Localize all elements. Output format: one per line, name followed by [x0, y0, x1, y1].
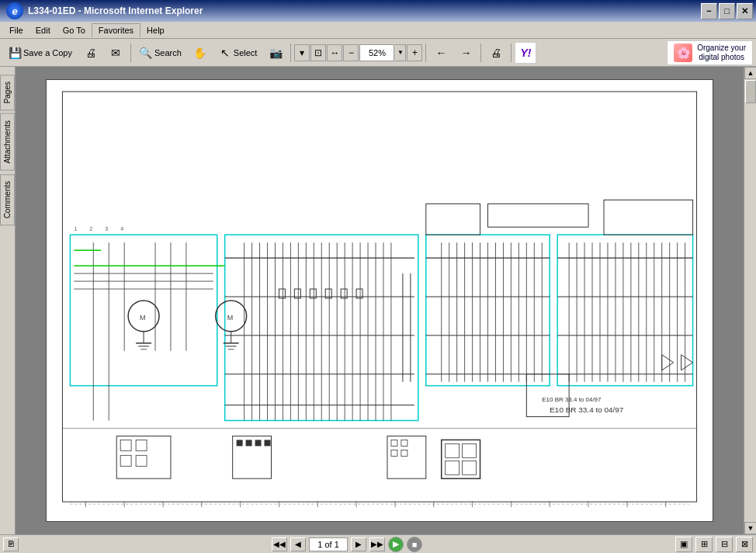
scroll-up-button[interactable]: ▲ [744, 67, 756, 79]
separator-2 [290, 43, 291, 62]
svg-rect-102 [255, 440, 262, 446]
search-label: Search [154, 48, 182, 57]
stop-button[interactable]: ■ [407, 537, 422, 552]
organize-photos-area: 🌸 Organize your digital photos [667, 40, 753, 65]
view-mode-1-button[interactable]: ▣ [675, 537, 692, 552]
view-mode-4-button[interactable]: ⊠ [736, 537, 753, 552]
last-page-button[interactable]: ▶▶ [369, 537, 385, 551]
save-copy-label: Save a Copy [23, 48, 72, 57]
svg-text:E10 BR 33.4 to 04/97: E10 BR 33.4 to 04/97 [542, 396, 602, 403]
svg-text:M: M [227, 314, 233, 322]
fit-width-button[interactable]: ↔ [327, 44, 342, 61]
hand-tool-button[interactable]: ✋ [189, 42, 212, 64]
left-sidebar: Pages Attachments Comments [0, 67, 16, 534]
status-bar: 🖹 ◀◀ ◀ ▶ ▶▶ ▶ ■ ▣ ⊞ ⊟ ⊠ [0, 534, 756, 553]
document-page: E10 BR 33.4 to 04/97 [46, 79, 713, 522]
document-area: E10 BR 33.4 to 04/97 [16, 67, 744, 534]
zoom-out-button[interactable]: − [343, 44, 359, 61]
save-copy-icon: 💾 [9, 47, 21, 59]
attachments-tab[interactable]: Attachments [0, 113, 15, 171]
email-icon: ✉ [109, 47, 122, 59]
toolbar: 💾 Save a Copy 🖨 ✉ 🔍 Search ✋ ↖ Select 📷 … [0, 39, 756, 67]
forward-icon: → [459, 47, 472, 59]
search-icon: 🔍 [140, 47, 152, 59]
print2-icon: 🖨 [490, 47, 502, 59]
ie-logo: e [6, 2, 23, 19]
view-mode-3-button[interactable]: ⊟ [716, 537, 733, 552]
next-page-button[interactable]: ▶ [351, 537, 366, 551]
yahoo-logo: Y! [520, 47, 531, 59]
maximize-button[interactable]: □ [719, 3, 735, 19]
separator-4 [480, 43, 481, 62]
scroll-down-button[interactable]: ▼ [744, 522, 756, 534]
menu-file[interactable]: File [3, 24, 29, 37]
organize-icon: 🌸 [674, 43, 692, 62]
menu-help[interactable]: Help [140, 24, 171, 37]
select-icon: ↖ [219, 47, 231, 59]
menu-edit[interactable]: Edit [29, 24, 57, 37]
separator-1 [130, 43, 131, 62]
print-icon: 🖨 [85, 47, 97, 59]
zoom-control: ▾ ⊡ ↔ − ▼ + [294, 44, 422, 61]
window-controls: − □ ✕ [701, 3, 753, 19]
email-button[interactable]: ✉ [104, 42, 127, 64]
menu-favorites[interactable]: Favorites [92, 23, 140, 37]
svg-text:3: 3 [105, 226, 108, 231]
comments-tab[interactable]: Comments [0, 174, 15, 225]
svg-rect-103 [265, 440, 271, 446]
print2-button[interactable]: 🖨 [484, 42, 508, 64]
view-mode-2-button[interactable]: ⊞ [695, 537, 713, 552]
title-bar: e L334-01ED - Microsoft Internet Explore… [0, 0, 756, 22]
menu-goto[interactable]: Go To [57, 24, 92, 37]
status-right: ▣ ⊞ ⊟ ⊠ [675, 537, 753, 552]
svg-text:1: 1 [74, 226, 77, 231]
svg-text:4: 4 [120, 226, 123, 231]
window-title: L334-01ED - Microsoft Internet Explorer [28, 5, 203, 16]
organize-text: Organize your digital photos [697, 43, 746, 62]
pages-tab[interactable]: Pages [0, 75, 15, 110]
zoom-input[interactable] [359, 44, 394, 61]
svg-text:M: M [140, 314, 145, 322]
svg-text:2: 2 [89, 226, 92, 231]
hand-icon: ✋ [194, 47, 206, 59]
zoom-menu-button[interactable]: ▾ [294, 44, 310, 61]
forward-button[interactable]: → [454, 42, 477, 64]
fit-page-button[interactable]: ⊡ [310, 44, 326, 61]
first-page-button[interactable]: ◀◀ [272, 537, 287, 551]
svg-rect-101 [246, 440, 252, 446]
save-copy-button[interactable]: 💾 Save a Copy [3, 42, 78, 64]
separator-3 [425, 43, 426, 62]
minimize-button[interactable]: − [701, 3, 717, 19]
back-button[interactable]: ← [429, 42, 453, 64]
scroll-thumb[interactable] [745, 80, 756, 103]
print-button[interactable]: 🖨 [79, 42, 102, 64]
main-area: Pages Attachments Comments E10 BR 33.4 t… [0, 67, 756, 534]
camera-button[interactable]: 📷 [264, 42, 287, 64]
right-scrollbar: ▲ ▼ [744, 67, 756, 534]
zoom-dropdown[interactable]: ▼ [395, 44, 406, 61]
zoom-in-button[interactable]: + [407, 44, 422, 61]
select-button[interactable]: ↖ Select [213, 42, 263, 64]
status-info-button[interactable]: 🖹 [3, 537, 19, 551]
page-navigation: ◀◀ ◀ ▶ ▶▶ ▶ ■ [272, 537, 422, 552]
diagram-label: E10 BR 33.4 to 04/97 [550, 405, 624, 414]
scroll-track [744, 79, 756, 522]
prev-page-button[interactable]: ◀ [290, 537, 306, 551]
close-button[interactable]: ✕ [737, 3, 753, 19]
search-button[interactable]: 🔍 Search [134, 42, 187, 64]
camera-icon: 📷 [269, 47, 282, 59]
yahoo-area: Y! [515, 42, 536, 64]
status-left: 🖹 [3, 537, 19, 551]
separator-5 [511, 43, 512, 62]
back-icon: ← [435, 47, 447, 59]
select-label: Select [234, 48, 258, 57]
schematic-svg: E10 BR 33.4 to 04/97 [47, 80, 713, 521]
page-input[interactable] [309, 537, 348, 551]
menu-bar: File Edit Go To Favorites Help [0, 22, 756, 39]
play-button[interactable]: ▶ [388, 537, 404, 552]
svg-rect-100 [237, 440, 243, 446]
